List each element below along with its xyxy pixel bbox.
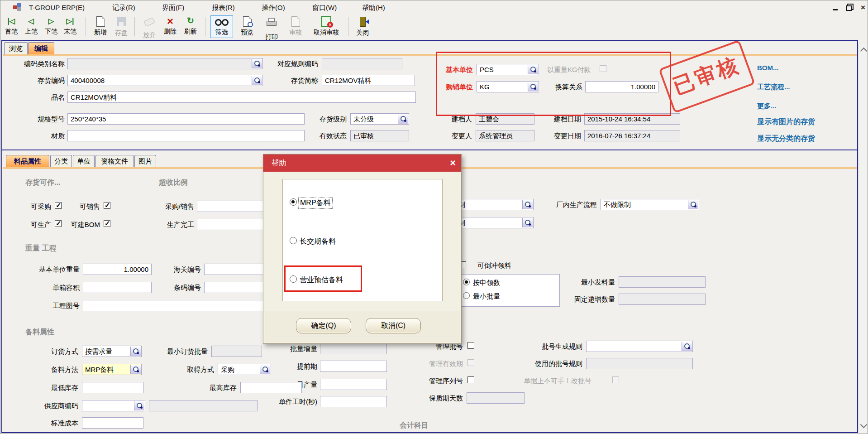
- toolbar-close[interactable]: 关闭: [353, 15, 372, 38]
- sellable-checkbox[interactable]: [104, 202, 110, 209]
- trade-unit-field[interactable]: KG: [477, 81, 539, 92]
- restore-button[interactable]: [843, 4, 854, 11]
- order-mode-field[interactable]: 按需求量: [82, 346, 142, 357]
- code-category-label: 编码类别名称: [10, 60, 65, 68]
- lookup-icon[interactable]: [252, 59, 262, 68]
- cancel-button[interactable]: 取消(C): [366, 318, 421, 333]
- supplier-code-field[interactable]: [82, 400, 145, 411]
- manage-serial-label: 管理序列号: [422, 377, 463, 386]
- menu-tgroup-erp[interactable]: T-GROUP ERP(E): [27, 3, 87, 12]
- link-show-with-images[interactable]: 显示有图片的存货: [757, 117, 815, 127]
- help-dialog: 帮助 × MRP备料 长交期备料 营业预估备料 确定(Q) 取消(C): [263, 154, 462, 344]
- dialog-close-icon[interactable]: ×: [450, 157, 456, 169]
- lookup-icon[interactable]: [528, 65, 538, 74]
- link-show-unclassified[interactable]: 显示无分类的存货: [757, 134, 815, 144]
- batch-rule-field[interactable]: [586, 341, 693, 352]
- option-long-leadtime-radio[interactable]: [290, 237, 297, 244]
- tab-item-attributes[interactable]: 料品属性: [6, 155, 49, 167]
- vertical-scrollbar[interactable]: [858, 44, 868, 433]
- issue-min-batch-label: 最小批量: [473, 292, 500, 301]
- tab-unit[interactable]: 单位: [73, 155, 95, 167]
- toolbar-prev[interactable]: ◁上笔: [22, 15, 40, 38]
- manage-batch-checkbox[interactable]: [467, 342, 474, 349]
- toolbar-cancel-audit[interactable]: 取消审核: [307, 15, 345, 38]
- link-bom[interactable]: BOM...: [757, 64, 779, 72]
- level-field[interactable]: 未分级: [350, 113, 409, 125]
- spec-field[interactable]: 250*240*35: [67, 113, 305, 125]
- item-code-label: 存货编码: [28, 77, 65, 85]
- toolbar-print[interactable]: 打印: [261, 15, 282, 38]
- toolbar-preview[interactable]: 预览: [237, 15, 258, 38]
- base-unit-field[interactable]: PCS: [477, 64, 539, 75]
- toolbar-filter[interactable]: 筛选: [210, 15, 233, 38]
- daily-output-field[interactable]: [320, 379, 387, 390]
- toolbar-first[interactable]: |◁首笔: [2, 15, 20, 38]
- bom-allowed-checkbox[interactable]: [104, 220, 110, 227]
- menu-record[interactable]: 记录(R): [110, 3, 138, 13]
- lookup-icon[interactable]: [260, 365, 270, 374]
- link-process-flow[interactable]: 工艺流程...: [757, 83, 790, 92]
- prep-method-field[interactable]: MRP备料: [82, 364, 142, 375]
- menu-help[interactable]: 帮助(H): [360, 3, 387, 13]
- lookup-icon[interactable]: [522, 200, 533, 209]
- conversion-field[interactable]: 1.00000: [585, 81, 658, 92]
- code-category-field[interactable]: [67, 58, 263, 69]
- lookup-icon[interactable]: [134, 401, 144, 410]
- option-sales-forecast-radio[interactable]: [290, 275, 297, 283]
- lookup-icon[interactable]: [528, 82, 538, 92]
- factory-flow-field[interactable]: 不做限制: [601, 199, 699, 210]
- base-unit-weight-field[interactable]: 1.00000: [83, 264, 152, 275]
- help-dialog-title[interactable]: 帮助: [263, 154, 461, 172]
- menu-report[interactable]: 报表(R): [210, 3, 237, 13]
- tab-image[interactable]: 图片: [134, 155, 156, 167]
- box-volume-field[interactable]: [83, 282, 152, 293]
- section-prep-attributes: 备料属性: [25, 328, 54, 337]
- scroll-down-icon[interactable]: [860, 421, 868, 429]
- option-mrp-radio[interactable]: [290, 198, 297, 206]
- option-long-leadtime-label[interactable]: 长交期备料: [300, 237, 336, 246]
- ok-button[interactable]: 确定(Q): [296, 318, 351, 333]
- supplier-code-label: 供应商编码: [40, 402, 78, 410]
- window-close-button[interactable]: ×: [858, 4, 868, 11]
- menu-window[interactable]: 窗口(W): [310, 3, 339, 13]
- tab-category[interactable]: 分类: [50, 155, 72, 167]
- toolbar-refresh[interactable]: ↻刷新: [181, 15, 200, 38]
- item-name-field[interactable]: CR12MOV精料: [67, 92, 416, 103]
- toolbar-new[interactable]: 新增: [91, 15, 110, 38]
- acquire-mode-field[interactable]: 采购: [218, 364, 271, 375]
- issue-min-batch-radio[interactable]: [463, 292, 470, 299]
- lookup-icon[interactable]: [522, 218, 533, 227]
- save-icon: [112, 17, 131, 29]
- std-cost-field[interactable]: [82, 417, 143, 429]
- minimize-button[interactable]: [830, 4, 840, 11]
- toolbar-delete[interactable]: ×删除: [161, 15, 180, 38]
- tab-browse[interactable]: 浏览: [4, 42, 28, 54]
- lookup-icon[interactable]: [130, 365, 141, 374]
- lookup-icon[interactable]: [688, 200, 698, 209]
- max-stock-field[interactable]: [240, 382, 302, 393]
- menu-interface[interactable]: 界面(F): [160, 3, 186, 13]
- menu-operation[interactable]: 操作(O): [259, 3, 287, 13]
- scroll-up-icon[interactable]: [860, 48, 868, 55]
- toolbar-last[interactable]: ▷|末笔: [61, 15, 79, 38]
- item-abbr-field[interactable]: CR12MOV精料: [322, 75, 415, 86]
- lookup-icon[interactable]: [130, 347, 141, 356]
- audit-icon: [286, 16, 305, 29]
- lookup-icon[interactable]: [252, 76, 262, 85]
- toolbar-next[interactable]: ▷下笔: [42, 15, 60, 38]
- material-field[interactable]: [67, 130, 305, 141]
- min-stock-field[interactable]: [82, 382, 143, 393]
- producible-checkbox[interactable]: [55, 220, 62, 227]
- manage-serial-checkbox[interactable]: [467, 376, 474, 383]
- link-more[interactable]: 更多...: [757, 102, 777, 111]
- tab-edit[interactable]: 编辑: [28, 42, 54, 54]
- lookup-icon[interactable]: [398, 114, 408, 124]
- lookup-icon[interactable]: [682, 342, 692, 351]
- item-code-field[interactable]: 400400008: [67, 75, 263, 86]
- issue-by-request-radio[interactable]: [463, 279, 470, 285]
- option-mrp-label[interactable]: MRP备料: [299, 198, 332, 208]
- lead-time-field[interactable]: [320, 361, 387, 372]
- unit-hours-field[interactable]: [320, 396, 387, 407]
- tab-qualification[interactable]: 资格文件: [95, 155, 134, 167]
- purchasable-checkbox[interactable]: [55, 202, 62, 209]
